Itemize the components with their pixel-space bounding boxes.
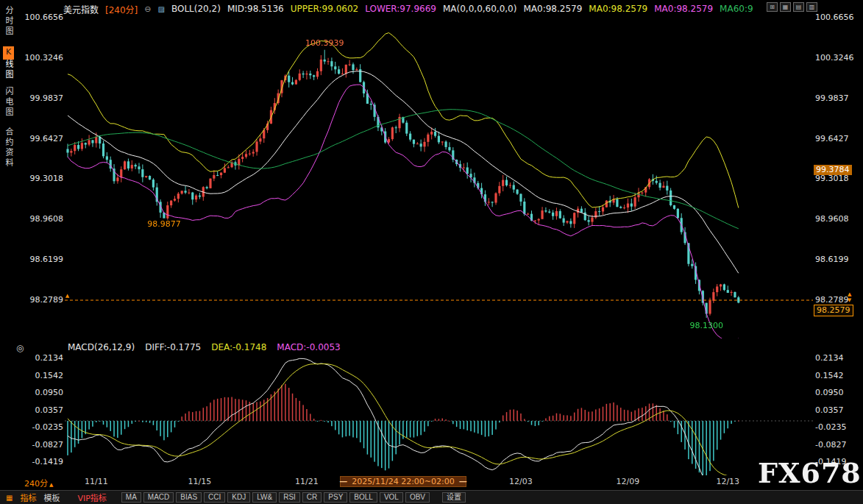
range-left-handle-icon[interactable]: — [339,477,347,486]
macd-axis-label-right: 0.0357 [815,405,856,415]
bottom-toolbar: ▦ 指标 模板 VIP指标 MAMACDBIASCCIKDJLW&RSICRPS… [0,490,863,504]
indicator-button-ma[interactable]: MA [121,492,141,503]
indicator-button-kdj[interactable]: KDJ [227,492,250,503]
macd-axis-label-right: 0.0950 [815,388,856,397]
axis-badge-upper: 99.3784 [814,165,852,175]
indicator-buttons-group: MAMACDBIASCCIKDJLW&RSICRPSYBOLLVOLOBV设置 [121,492,466,503]
price-spinner-up-icon: ▲ [848,291,851,297]
x-period-label: 240分 [24,479,48,489]
macd-axis-label-right: 0.1542 [815,371,856,380]
indicator-button-bias[interactable]: BIAS [176,492,202,503]
macd-dea-value: DEA:-0.1748 [211,342,266,352]
x-axis-date-label: 12/13 [716,477,739,486]
indicator-button-lw[interactable]: LW& [252,492,277,503]
minus-circle-icon[interactable]: ⊖ [144,4,151,14]
price-axis-label-left: 98.6199 [22,255,63,264]
price-axis-label-right: 99.9837 [815,93,856,103]
x-axis-date-label: 11/11 [85,477,108,486]
price-spinner-down-icon: ▼ [848,297,851,303]
price-axis-label-left: 99.3018 [22,174,63,183]
price-axis-label-right: 99.3018 [815,174,856,183]
price-axis-label-left: 100.3246 [22,53,63,63]
price-axis-label-right: 98.6199 [815,255,856,264]
indicator-button-macd[interactable]: MACD [143,492,174,503]
tab-indicators[interactable]: 指标 [20,491,36,503]
ma60-value: MA60:9 [720,4,753,14]
layout-cols-icon[interactable]: ▥ [806,2,817,12]
trading-app-window: 美元指数 [240分] ⊖ ▨ BOLL(20,2) MID:98.5136 U… [0,0,863,504]
macd-axis-label-left: -0.0827 [22,440,63,450]
boll-mid-value: MID:98.5136 [227,4,284,14]
indicator-button-psy[interactable]: PSY [324,492,347,503]
price-axis-label-left: 100.6656 [22,13,63,22]
sidebar-tab-timeshare[interactable]: 分时图 [2,6,14,37]
tab-vip-indicators[interactable]: VIP指标 [77,491,106,503]
ma0-value-1: MA0:98.2579 [523,4,582,14]
boll-label: BOLL(20,2) [171,4,221,14]
price-annotation: 98.1300 [689,321,723,330]
x-axis-date-label: 12/03 [509,477,533,486]
macd-axis-label-right: 0.2134 [815,353,856,363]
price-line-arrow-left-icon: ▲ [65,293,69,299]
boll-chip-icon: ▨ [158,5,165,13]
price-axis-label-left: 98.2789 [22,295,63,305]
price-axis-label-right: 98.9608 [815,214,856,224]
settings-button[interactable]: 设置 [442,492,466,503]
x-axis-date-label: 11/21 [295,477,319,486]
sidebar-tab-contract-info[interactable]: 合约资料 [2,127,14,168]
ma-group-label: MA(0,0,0,60,0,0) [443,4,516,14]
collapse-indicator-icon[interactable]: ◎ [16,343,24,353]
indicator-button-boll[interactable]: BOLL [349,492,377,503]
indicator-button-vol[interactable]: VOL [380,492,403,503]
layout-quad-icon[interactable]: ▦ [780,2,791,12]
indicator-button-cr[interactable]: CR [302,492,322,503]
indicator-button-obv[interactable]: OBV [405,492,430,503]
macd-axis-label-left: 0.2134 [22,353,63,363]
macd-header: MACD(26,12,9) DIFF:-0.1775 DEA:-0.1748 M… [68,342,341,352]
price-axis-label-right: 99.6427 [815,134,856,143]
price-chart-canvas[interactable] [65,18,813,338]
period-arrow-icon: ▲ [49,482,53,488]
layout-grid-icon[interactable]: ⊞ [767,2,778,12]
current-price-badge: 98.2579 [814,305,853,316]
macd-axis-label-left: -0.0235 [22,422,63,432]
macd-chart-canvas[interactable] [65,353,813,475]
sidebar-tab-kline[interactable]: K线图 [2,46,14,80]
macd-axis-label-left: 0.0950 [22,388,63,397]
window-layout-controls: ⊞ ▦ ▤ ▥ [767,2,817,12]
x-axis-date-label: 12/09 [617,477,640,486]
x-period-selector[interactable]: 240分▲ [24,477,53,489]
price-axis-label-right: 100.6656 [815,13,856,22]
price-axis-label-left: 99.9837 [22,93,63,103]
macd-diff-value: DIFF:-0.1775 [145,342,201,352]
price-axis-label-left: 99.6427 [22,134,63,143]
sidebar-tab-lightning[interactable]: 闪电图 [2,87,14,118]
price-annotation: 100.3939 [305,38,344,48]
symbol-title: 美元指数 [63,3,99,15]
period-label[interactable]: [240分] [105,3,138,15]
time-range-scrollbar[interactable]: — 2025/11/24 22:00~02:00 — [340,476,466,487]
price-annotation: 98.9877 [147,219,181,229]
tab-templates[interactable]: 模板 [43,491,60,503]
macd-macd-value: MACD:-0.0053 [277,342,340,352]
range-label: 2025/11/24 22:00~02:00 [352,477,455,486]
macd-axis-label-left: 0.0357 [22,405,63,415]
ma0-value-2: MA0:98.2579 [589,4,647,14]
chart-header: 美元指数 [240分] ⊖ ▨ BOLL(20,2) MID:98.5136 U… [63,1,753,16]
indicator-grid-icon[interactable]: ▦ [6,494,13,502]
macd-axis-label-left: -0.1419 [22,457,63,466]
price-axis-label-left: 98.9608 [22,214,63,224]
macd-axis-label-left: 0.1542 [22,371,63,380]
indicator-button-rsi[interactable]: RSI [279,492,300,503]
macd-axis-label-right: -0.0827 [815,440,856,450]
macd-axis-label-right: -0.0235 [815,422,856,432]
macd-label: MACD(26,12,9) [68,342,135,352]
brand-watermark: FX678 [758,456,862,489]
range-right-handle-icon[interactable]: — [459,477,467,486]
ma0-value-3: MA0:98.2579 [654,4,713,14]
layout-rows-icon[interactable]: ▤ [793,2,804,12]
boll-upper-value: UPPER:99.0602 [291,4,358,14]
x-axis-date-label: 11/15 [188,477,212,486]
price-axis-label-right: 100.3246 [815,53,856,63]
indicator-button-cci[interactable]: CCI [204,492,225,503]
